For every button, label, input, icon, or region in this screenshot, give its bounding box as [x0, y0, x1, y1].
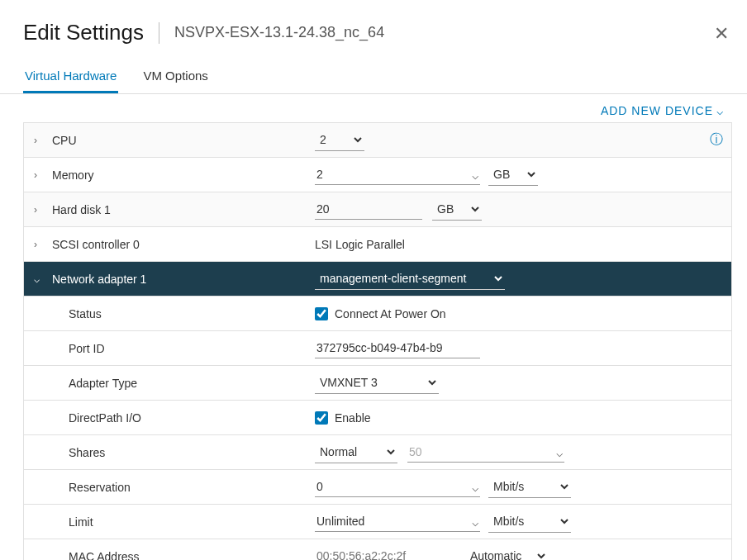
nic1-network-select[interactable]: management-client-segment: [315, 268, 505, 290]
add-device-label: ADD NEW DEVICE: [601, 104, 713, 117]
row-nic-shares: Shares Normal ⌵: [24, 435, 731, 470]
hdd1-label: Hard disk 1: [52, 203, 111, 216]
modal-header: Edit Settings NSVPX-ESX-13.1-24.38_nc_64: [0, 0, 747, 52]
chevron-down-icon: ⌵: [472, 481, 478, 494]
row-nic-port-id: Port ID: [24, 331, 731, 366]
nic-port-id-input[interactable]: [315, 338, 480, 358]
close-button[interactable]: ✕: [714, 23, 729, 45]
nic-mac-input[interactable]: [315, 546, 455, 560]
expand-cpu-toggle[interactable]: ›: [34, 135, 45, 146]
collapse-nic1-toggle[interactable]: ⌵: [34, 273, 45, 285]
title-divider: [159, 22, 159, 44]
nic-shares-level-select[interactable]: Normal: [315, 441, 397, 463]
expand-scsi0-toggle[interactable]: ›: [34, 239, 45, 250]
vm-name: NSVPX-ESX-13.1-24.38_nc_64: [174, 24, 384, 41]
chevron-down-icon: ⌵: [472, 515, 478, 529]
hdd1-unit-select[interactable]: GB: [432, 198, 482, 221]
row-nic-reservation: Reservation ⌵ Mbit/s: [24, 470, 731, 505]
nic-directpath-label: DirectPath I/O: [69, 411, 141, 425]
tab-vm-options[interactable]: VM Options: [141, 62, 209, 93]
memory-size-input[interactable]: [315, 164, 480, 185]
tab-bar: Virtual Hardware VM Options: [0, 52, 747, 94]
memory-label: Memory: [52, 168, 94, 182]
cpu-label: CPU: [52, 134, 77, 147]
modal-title: Edit Settings: [23, 20, 144, 45]
add-new-device-button[interactable]: ADD NEW DEVICE ⌵: [601, 104, 724, 117]
directpath-enable-checkbox[interactable]: Enable: [315, 411, 371, 425]
tab-virtual-hardware[interactable]: Virtual Hardware: [23, 62, 118, 93]
settings-body[interactable]: ADD NEW DEVICE ⌵ › CPU 2 ⓘ: [23, 94, 732, 560]
expand-memory-toggle[interactable]: ›: [34, 169, 45, 181]
nic-limit-unit-select[interactable]: Mbit/s: [488, 510, 571, 533]
connect-at-power-on-input[interactable]: [315, 307, 328, 320]
connect-at-power-on-label: Connect At Power On: [335, 307, 446, 320]
nic-mac-label: MAC Address: [69, 550, 140, 561]
row-hard-disk-1: › Hard disk 1 GB: [24, 192, 731, 227]
directpath-enable-input[interactable]: [315, 411, 328, 425]
nic-status-label: Status: [69, 307, 102, 320]
close-icon: ✕: [714, 23, 729, 44]
hardware-table: › CPU 2 ⓘ › Memory ⌵: [23, 122, 732, 560]
nic-adapter-type-select[interactable]: VMXNET 3: [315, 372, 439, 394]
scsi0-value: LSI Logic Parallel: [315, 238, 405, 251]
cpu-count-select[interactable]: 2: [315, 129, 364, 151]
row-network-adapter-1: ⌵ Network adapter 1 management-client-se…: [24, 262, 731, 297]
memory-unit-select[interactable]: GB: [488, 164, 538, 186]
connect-at-power-on-checkbox[interactable]: Connect At Power On: [315, 307, 446, 320]
row-scsi-0: › SCSI controller 0 LSI Logic Parallel: [24, 227, 731, 262]
chevron-down-icon: ⌵: [556, 446, 563, 459]
nic-adapter-type-label: Adapter Type: [69, 377, 137, 390]
nic-shares-value-input[interactable]: [407, 442, 564, 463]
nic-reservation-label: Reservation: [69, 481, 131, 494]
nic1-label: Network adapter 1: [52, 273, 146, 286]
row-nic-mac: MAC Address Automatic: [24, 539, 731, 560]
nic-limit-label: Limit: [69, 515, 93, 529]
row-cpu: › CPU 2 ⓘ: [24, 123, 731, 158]
nic-port-id-label: Port ID: [69, 342, 105, 355]
hdd1-size-input[interactable]: [315, 199, 422, 220]
scsi0-label: SCSI controller 0: [52, 238, 140, 251]
nic-shares-label: Shares: [69, 446, 105, 459]
chevron-down-icon: ⌵: [716, 104, 724, 117]
nic-reservation-input[interactable]: [315, 477, 480, 497]
row-nic-adapter-type: Adapter Type VMXNET 3: [24, 366, 731, 401]
edit-settings-modal: Edit Settings NSVPX-ESX-13.1-24.38_nc_64…: [0, 0, 747, 560]
nic-mac-mode-select[interactable]: Automatic: [465, 545, 548, 560]
expand-hdd1-toggle[interactable]: ›: [34, 204, 45, 216]
nic-reservation-unit-select[interactable]: Mbit/s: [488, 476, 571, 498]
add-device-row: ADD NEW DEVICE ⌵: [23, 94, 732, 122]
cpu-info-icon[interactable]: ⓘ: [710, 131, 723, 149]
chevron-down-icon: ⌵: [472, 168, 478, 182]
nic-limit-input[interactable]: [315, 511, 480, 532]
row-nic-status: Status Connect At Power On: [24, 297, 731, 331]
row-memory: › Memory ⌵ GB: [24, 158, 731, 192]
directpath-enable-label: Enable: [335, 411, 371, 425]
row-nic-limit: Limit ⌵ Mbit/s: [24, 505, 731, 539]
row-nic-directpath: DirectPath I/O Enable: [24, 401, 731, 435]
